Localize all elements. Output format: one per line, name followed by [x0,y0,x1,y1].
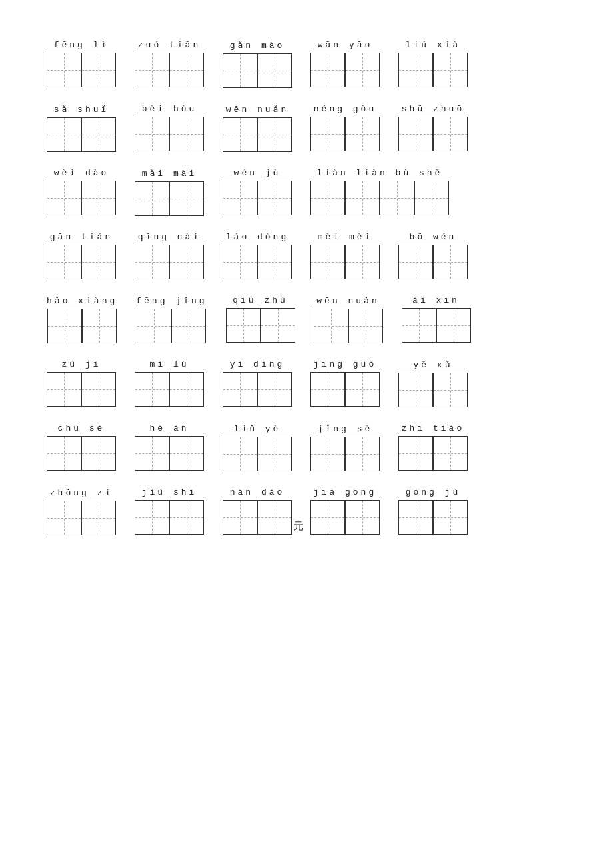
char-boxes [47,436,116,471]
pinyin-label: hé àn [149,423,189,433]
char-box [223,437,257,471]
char-box [135,500,169,535]
char-boxes [310,53,380,87]
char-box [310,372,345,407]
yuan-symbol: 元 [293,520,303,533]
pinyin-label: bō wén [410,232,457,242]
pinyin-label: mí lù [149,359,189,369]
char-box [47,245,81,279]
char-box [81,501,116,535]
char-boxes [135,500,204,535]
pinyin-label: liàn liàn bù shě [317,168,443,178]
word-group: fēng lì [47,40,116,87]
word-group: wān yāo [310,40,380,87]
char-box [81,53,116,87]
pinyin-label: fēng jǐng [136,295,207,306]
word-group: qīng cài [135,232,204,279]
char-box [257,53,292,88]
word-group: mǎi mài [135,168,204,216]
word-group: liǔ yè [223,423,292,471]
char-box: 元 [257,500,292,535]
word-group: zhǒng zi [47,487,116,535]
row-4: hǎo xiàngfēng jǐngqiú zhùwēn nuǎnài xīn [47,295,566,343]
char-box [345,117,380,151]
char-box [223,372,257,407]
word-group: fēng jǐng [136,295,207,343]
word-group: jiù shì [135,487,204,535]
pinyin-label: liú xià [406,40,461,50]
word-group: wēn nuǎn [223,104,292,152]
pinyin-label: wān yāo [318,40,373,50]
pinyin-label: wén jù [234,168,281,178]
char-boxes [137,309,206,343]
all-rows: fēng lìzuó tiāngǎn màowān yāoliú xiàsǎ s… [47,40,566,551]
char-boxes [310,372,380,407]
row-1: sǎ shuǐbèi hòuwēn nuǎnnéng gòushū zhuō [47,104,566,152]
pinyin-label: shū zhuō [402,104,464,114]
char-boxes [135,117,204,151]
word-group: wén jù [223,168,292,215]
page: fēng lìzuó tiāngǎn màowān yāoliú xiàsǎ s… [47,40,566,551]
char-box [137,309,171,343]
pinyin-label: mèi mèi [318,232,373,242]
char-boxes [398,117,468,151]
pinyin-label: láo dòng [226,232,289,242]
word-group: liú xià [398,40,468,87]
pinyin-label: jiù shì [142,487,197,497]
word-group: wēn nuǎn [314,295,383,343]
word-group: láo dòng [223,232,292,279]
row-5: zú jìmí lùyí dìngjīng guòyě xǔ [47,359,566,407]
char-boxes [223,372,292,407]
char-box [398,245,433,279]
word-group: jīng guò [310,359,380,407]
char-boxes [135,181,204,216]
char-box [402,308,436,343]
char-box [310,53,345,87]
char-boxes [47,372,116,407]
char-boxes [398,245,468,279]
word-group: zhī tiáo [398,423,468,471]
char-box [169,117,204,151]
pinyin-label: bèi hòu [142,104,197,114]
row-6: chū sèhé ànliǔ yèjǐng sèzhī tiáo [47,423,566,471]
word-group: bō wén [398,232,468,279]
char-box [398,117,433,151]
char-boxes [310,181,449,215]
char-boxes [310,117,380,151]
pinyin-label: hǎo xiàng [47,295,117,306]
char-box [310,500,345,535]
char-box [345,245,380,279]
word-group: gōng jù [398,487,468,535]
char-box [135,372,169,407]
pinyin-label: néng gòu [314,104,376,114]
word-group: ài xīn [402,295,471,343]
pinyin-label: gǎn mào [230,40,285,51]
char-box [47,181,81,215]
char-box [257,372,292,407]
char-boxes [223,181,292,215]
char-boxes [135,436,204,471]
pinyin-label: gān tián [50,232,113,242]
char-box [223,53,257,88]
pinyin-label: yě xǔ [413,359,452,370]
char-box [223,245,257,279]
char-box [47,309,82,343]
pinyin-label: yí dìng [230,359,285,369]
char-boxes [223,117,292,152]
pinyin-label: fēng lì [54,40,109,50]
pinyin-label: jiā gōng [314,487,376,497]
char-box [345,372,380,407]
pinyin-label: gōng jù [406,487,461,497]
pinyin-label: sǎ shuǐ [54,104,109,115]
word-group: néng gòu [310,104,380,151]
word-group: mí lù [135,359,204,407]
pinyin-label: mǎi mài [142,168,197,179]
char-box [135,117,169,151]
char-boxes [402,308,471,343]
word-group: yí dìng [223,359,292,407]
char-boxes [223,245,292,279]
char-box [81,117,116,152]
word-group: bèi hòu [135,104,204,151]
char-box [135,245,169,279]
char-boxes [47,501,116,535]
